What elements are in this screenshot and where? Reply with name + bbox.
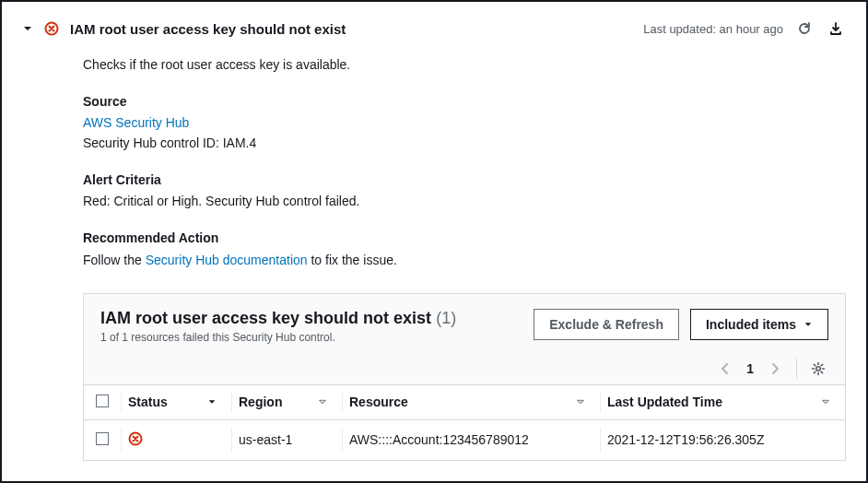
expand-caret[interactable]: [22, 23, 33, 34]
alert-criteria-text: Red: Critical or High. Security Hub cont…: [83, 192, 846, 212]
divider: [796, 359, 797, 379]
cell-resource: AWS::::Account:123456789012: [342, 419, 600, 460]
gear-icon[interactable]: [808, 359, 828, 379]
sort-desc-icon[interactable]: [207, 397, 217, 406]
recommended-action-text: Follow the Security Hub documentation to…: [83, 251, 846, 271]
included-items-button[interactable]: Included items: [690, 309, 828, 340]
cell-region: us-east-1: [231, 419, 342, 460]
included-items-label: Included items: [706, 317, 796, 332]
exclude-refresh-button[interactable]: Exclude & Refresh: [534, 309, 679, 340]
page-number[interactable]: 1: [746, 361, 754, 376]
sort-icon[interactable]: [576, 397, 585, 406]
col-lastupdated-header[interactable]: Last Updated Time: [607, 395, 722, 409]
recommended-action-suffix: to fix the issue.: [308, 253, 397, 267]
sort-icon[interactable]: [821, 397, 830, 406]
finding-title: IAM root user access key should not exis…: [70, 21, 346, 37]
last-updated-text: Last updated: an hour ago: [643, 22, 783, 36]
select-all-checkbox[interactable]: [96, 395, 109, 407]
panel-count: (1): [436, 309, 456, 327]
page-prev-icon[interactable]: [715, 359, 735, 379]
recommended-action-prefix: Follow the: [83, 253, 146, 267]
panel-title: IAM root user access key should not exis…: [100, 309, 431, 327]
col-status-header[interactable]: Status: [128, 395, 168, 409]
col-resource-header[interactable]: Resource: [349, 395, 408, 409]
table-row[interactable]: us-east-1 AWS::::Account:123456789012 20…: [84, 419, 845, 460]
control-id-text: Security Hub control ID: IAM.4: [83, 134, 846, 154]
recommended-action-heading: Recommended Action: [83, 229, 846, 249]
description-text: Checks if the root user access key is av…: [83, 55, 846, 76]
status-fail-icon: [128, 431, 143, 446]
col-region-header[interactable]: Region: [239, 395, 282, 409]
documentation-link[interactable]: Security Hub documentation: [146, 253, 308, 267]
svg-point-1: [816, 366, 820, 370]
sort-icon[interactable]: [318, 397, 327, 406]
source-link[interactable]: AWS Security Hub: [83, 115, 189, 130]
status-fail-icon: [44, 21, 59, 36]
row-checkbox[interactable]: [96, 432, 109, 445]
page-next-icon[interactable]: [765, 359, 785, 379]
chevron-down-icon: [803, 320, 813, 329]
refresh-icon[interactable]: [794, 18, 815, 39]
cell-lastupdated: 2021-12-12T19:56:26.305Z: [600, 419, 845, 460]
panel-subtitle: 1 of 1 resources failed this Security Hu…: [100, 331, 534, 344]
resources-panel: IAM root user access key should not exis…: [83, 293, 846, 461]
download-icon[interactable]: [826, 18, 846, 39]
alert-criteria-heading: Alert Criteria: [83, 171, 846, 191]
source-heading: Source: [83, 92, 846, 112]
